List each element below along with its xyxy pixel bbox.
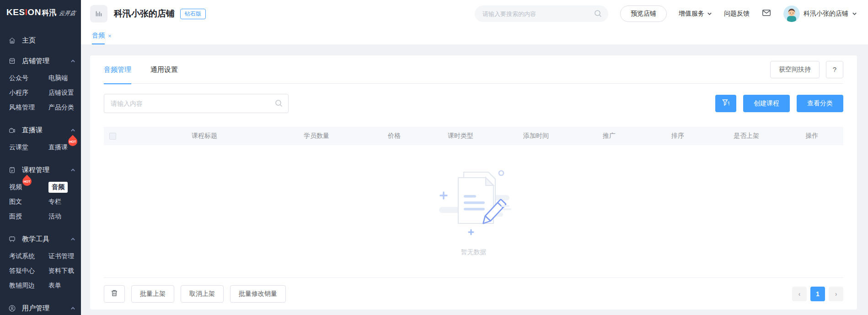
create-course-button[interactable]: 创建课程: [743, 95, 790, 112]
sidebar-link-offline-teaching[interactable]: 面授: [9, 212, 22, 221]
chevron-down-icon: [707, 10, 712, 17]
empty-text: 暂无数据: [461, 248, 487, 256]
prev-page-button[interactable]: ‹: [792, 287, 807, 301]
chevron-up-icon: [70, 128, 75, 133]
view-categories-button[interactable]: 查看分类: [797, 95, 843, 112]
search-icon[interactable]: [594, 10, 602, 17]
space-support-button[interactable]: 获空间扶持: [770, 61, 820, 78]
sidebar-section-course-management[interactable]: 课程管理: [0, 161, 81, 179]
close-icon[interactable]: ×: [108, 33, 112, 39]
account-name: 科汛小张的店铺: [804, 10, 848, 18]
sidebar-link-forms[interactable]: 表单: [48, 282, 61, 290]
content-area: 音频管理 通用设置 获空间扶持 ?: [81, 44, 868, 315]
column-course-title: 课程标题: [140, 132, 268, 140]
bulk-actions-bar: 批量上架 取消上架 批量修改销量 ‹ 1 ›: [104, 277, 843, 310]
sidebar-sub-store: 公众号 电脑端 小程序 店铺设置 风格管理 产品分类: [0, 70, 81, 119]
value-services-menu[interactable]: 增值服务: [679, 10, 712, 18]
pagination: ‹ 1 ›: [792, 287, 843, 301]
feedback-link[interactable]: 问题反馈: [724, 10, 750, 18]
tab-general-settings[interactable]: 通用设置: [150, 55, 178, 84]
value-services-label: 增值服务: [679, 10, 704, 18]
preview-store-button[interactable]: 预览店铺: [620, 5, 667, 22]
sidebar-item-label: 主页: [22, 36, 36, 45]
column-student-count: 学员数量: [268, 132, 364, 140]
sidebar-section-user-management[interactable]: 用户管理: [0, 299, 81, 315]
workspace-tabstrip: 音频 ×: [81, 27, 868, 44]
logo-cn: 科汛: [42, 8, 57, 18]
table-header: 课程标题 学员数量 价格 课时类型 添加时间 推广 排序 是否上架 操作: [104, 127, 843, 145]
sidebar-link-video[interactable]: 视频HOT: [9, 183, 22, 191]
topbar: 科汛小张的店铺 钻石版 预览店铺 增值服务 问题反馈: [81, 0, 868, 27]
help-button[interactable]: ?: [826, 61, 843, 78]
app-root: KESION 科汛 云开店 主页 店铺管理 公众号: [0, 0, 868, 315]
bulk-edit-sales-button[interactable]: 批量修改销量: [230, 285, 286, 303]
teaching-board-icon: [8, 235, 16, 243]
select-all-checkbox[interactable]: [109, 133, 116, 140]
search-icon[interactable]: [275, 99, 283, 107]
chevron-down-icon: [852, 10, 857, 18]
sidebar-link-article[interactable]: 图文: [9, 198, 22, 206]
tab-audio-management[interactable]: 音频管理: [104, 55, 131, 84]
sidebar-nav: 主页 店铺管理 公众号 电脑端 小程序 店铺设置: [0, 24, 81, 315]
header-search-input[interactable]: [475, 5, 608, 22]
bulk-delete-button[interactable]: [104, 285, 125, 303]
sidebar-link-audio[interactable]: 音频: [48, 182, 68, 193]
column-published: 是否上架: [712, 132, 781, 140]
sidebar-link-activity[interactable]: 活动: [48, 212, 61, 221]
bulk-unpublish-button[interactable]: 取消上架: [181, 285, 224, 303]
column-price: 价格: [364, 132, 424, 140]
header-search: [475, 5, 608, 22]
sidebar-sub-tools: 考试系统 证书管理 答疑中心 资料下载 教辅周边 表单: [0, 248, 81, 297]
sidebar-link-cloud-classroom[interactable]: 云课堂: [9, 143, 28, 152]
main-column: 科汛小张的店铺 钻石版 预览店铺 增值服务 问题反馈: [81, 0, 868, 315]
toolbar: 创建课程 查看分类: [104, 94, 843, 113]
sidebar-section-live-course[interactable]: 直播课: [0, 121, 81, 139]
sidebar-link-official-account[interactable]: 公众号: [9, 74, 28, 82]
sidebar-section-teaching-tools[interactable]: 教学工具: [0, 230, 81, 248]
sidebar-link-certificate-management[interactable]: 证书管理: [48, 252, 74, 261]
section-label: 教学工具: [22, 235, 49, 244]
sidebar-link-pc-site[interactable]: 电脑端: [48, 74, 68, 82]
user-icon: [8, 304, 16, 312]
next-page-button[interactable]: ›: [829, 287, 843, 301]
sidebar-link-mini-program[interactable]: 小程序: [9, 89, 28, 97]
column-added-time: 添加时间: [497, 132, 575, 140]
sidebar-link-material-download[interactable]: 资料下载: [48, 267, 74, 275]
home-icon: [8, 37, 16, 44]
tab-audio[interactable]: 音频 ×: [92, 27, 112, 44]
sidebar-link-style-management[interactable]: 风格管理: [9, 103, 35, 112]
course-icon: [8, 166, 16, 174]
current-page-button[interactable]: 1: [810, 287, 825, 301]
trash-icon: [111, 289, 118, 298]
sidebar: KESION 科汛 云开店 主页 店铺管理 公众号: [0, 0, 81, 315]
bulk-publish-button[interactable]: 批量上架: [131, 285, 174, 303]
sidebar-item-home[interactable]: 主页: [0, 31, 81, 49]
sidebar-link-exam-system[interactable]: 考试系统: [9, 252, 35, 261]
course-search: [104, 94, 289, 113]
course-search-input[interactable]: [104, 94, 289, 113]
live-camera-icon: [8, 126, 16, 134]
sidebar-link-qa-center[interactable]: 答疑中心: [9, 267, 35, 275]
sidebar-section-store-management[interactable]: 店铺管理: [0, 52, 81, 70]
chevron-up-icon: [70, 168, 75, 173]
card-tabs-row: 音频管理 通用设置 获空间扶持 ?: [104, 55, 843, 84]
column-lesson-type: 课时类型: [424, 132, 497, 140]
mail-icon[interactable]: [761, 8, 772, 20]
account-menu[interactable]: 科汛小张的店铺: [783, 5, 857, 22]
sidebar-link-live-course[interactable]: 直播课HOT: [48, 143, 68, 152]
sidebar-link-teaching-aids[interactable]: 教辅周边: [9, 282, 35, 290]
logo-text: KESION: [6, 7, 41, 17]
store-title: 科汛小张的店铺: [114, 8, 175, 20]
avatar: [783, 5, 800, 22]
store-avatar-icon: [90, 5, 107, 22]
kesion-logo: KESION 科汛 云开店: [0, 0, 81, 24]
filter-button[interactable]: [715, 95, 736, 112]
filter-icon: [722, 99, 730, 108]
chevron-up-icon: [70, 59, 75, 64]
sidebar-link-column[interactable]: 专栏: [48, 198, 61, 206]
sidebar-sub-live: 云课堂 直播课HOT: [0, 139, 81, 158]
topbar-right: 预览店铺 增值服务 问题反馈: [475, 5, 857, 22]
section-label: 直播课: [22, 126, 43, 135]
sidebar-link-product-category[interactable]: 产品分类: [48, 103, 74, 112]
sidebar-link-store-settings[interactable]: 店铺设置: [48, 89, 74, 97]
